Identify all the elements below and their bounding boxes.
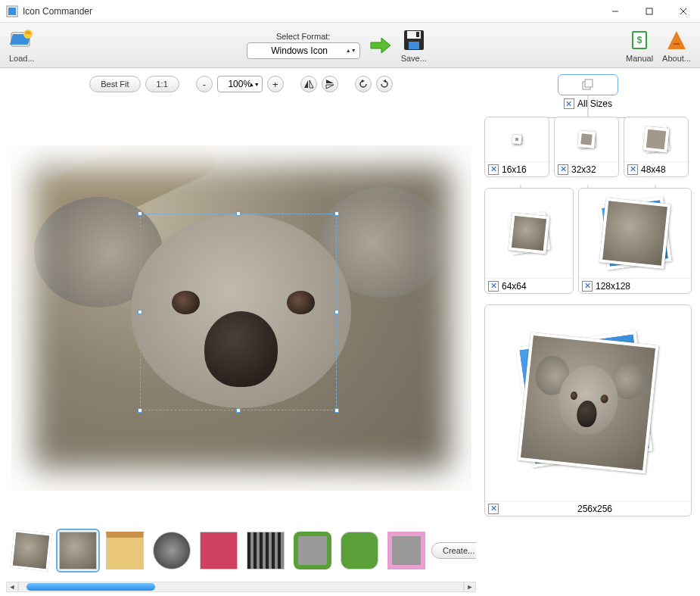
- zoom-out-button[interactable]: -: [196, 76, 213, 92]
- svg-rect-12: [409, 42, 419, 49]
- app-icon: [6, 5, 18, 17]
- size-label: 32x32: [571, 164, 596, 175]
- scroll-right-button[interactable]: ►: [464, 582, 476, 592]
- all-sizes-root[interactable]: [558, 74, 618, 95]
- svg-rect-18: [670, 45, 683, 49]
- style-thumb[interactable]: [56, 529, 100, 573]
- window-title: Icon Commander: [23, 6, 598, 17]
- svg-marker-23: [362, 80, 365, 83]
- style-thumb[interactable]: [197, 529, 241, 573]
- size-card-16[interactable]: ✕16x16: [484, 117, 549, 177]
- close-button[interactable]: [666, 0, 700, 23]
- style-thumb[interactable]: [9, 529, 53, 573]
- manual-label: Manual: [626, 54, 653, 63]
- format-value: Windows Icon: [263, 45, 343, 56]
- crop-handle[interactable]: [334, 408, 339, 413]
- one-to-one-button[interactable]: 1:1: [145, 76, 179, 92]
- svg-marker-20: [310, 80, 313, 88]
- flip-vertical-icon: [325, 79, 335, 89]
- load-icon: [10, 28, 34, 52]
- format-select[interactable]: Windows Icon ▲▼: [247, 42, 360, 59]
- save-label: Save...: [401, 54, 427, 63]
- checkbox-icon[interactable]: ✕: [582, 281, 593, 292]
- stack-icon: [581, 78, 595, 92]
- view-controls: Best Fit 1:1 - 100% ▲▼ +: [6, 73, 476, 95]
- rotate-cw-button[interactable]: [376, 76, 393, 92]
- arrow-right-icon: [368, 33, 392, 58]
- maximize-button[interactable]: [632, 0, 666, 23]
- flip-vertical-button[interactable]: [322, 76, 338, 92]
- size-label: 128x128: [596, 281, 630, 292]
- thumbstrip-scrollbar[interactable]: ◄ ►: [6, 581, 476, 593]
- scroll-track[interactable]: [18, 582, 464, 592]
- size-card-48[interactable]: ✕48x48: [624, 117, 689, 177]
- style-thumbstrip: Create...: [6, 520, 476, 581]
- crop-handle[interactable]: [138, 408, 142, 413]
- minimize-button[interactable]: [598, 0, 632, 23]
- load-label: Load...: [9, 54, 35, 63]
- rotate-ccw-icon: [358, 79, 369, 89]
- best-fit-button[interactable]: Best Fit: [89, 76, 140, 92]
- size-card-64[interactable]: ✕64x64: [484, 188, 574, 294]
- style-thumb[interactable]: [244, 529, 288, 573]
- size-label: 16x16: [502, 164, 527, 175]
- scroll-left-button[interactable]: ◄: [6, 582, 18, 592]
- crop-handle[interactable]: [334, 211, 339, 216]
- titlebar: Icon Commander: [0, 0, 700, 23]
- svg-rect-1: [8, 8, 16, 15]
- load-button[interactable]: Load...: [9, 28, 35, 63]
- size-tree: ✕ All Sizes ✕16x16 ✕32x32 ✕48x48: [482, 73, 694, 590]
- main-toolbar: Load... Select Format: Windows Icon ▲▼ S…: [0, 23, 700, 68]
- flip-horizontal-icon: [303, 79, 314, 89]
- svg-marker-22: [326, 85, 334, 89]
- crop-handle[interactable]: [236, 211, 241, 216]
- checkbox-icon[interactable]: ✕: [488, 164, 499, 175]
- create-button[interactable]: Create...: [431, 542, 476, 559]
- all-sizes-checkbox[interactable]: ✕ All Sizes: [564, 98, 612, 109]
- size-label: 48x48: [641, 164, 666, 175]
- save-icon: [402, 28, 426, 52]
- svg-marker-24: [383, 80, 386, 83]
- checkbox-icon[interactable]: ✕: [558, 164, 568, 175]
- rotate-cw-icon: [379, 79, 390, 89]
- about-icon: [664, 28, 689, 52]
- style-thumb[interactable]: [338, 529, 381, 573]
- style-thumb[interactable]: [150, 529, 194, 573]
- flip-horizontal-button[interactable]: [300, 76, 317, 92]
- select-arrows-icon: ▲▼: [346, 48, 356, 53]
- size-card-128[interactable]: ✕128x128: [578, 188, 692, 294]
- save-button[interactable]: Save...: [401, 28, 427, 63]
- rotate-ccw-button[interactable]: [355, 76, 372, 92]
- style-thumb[interactable]: [103, 529, 147, 573]
- zoom-value: 100%: [228, 79, 251, 89]
- crop-handle[interactable]: [236, 408, 241, 413]
- style-thumb[interactable]: [291, 529, 334, 573]
- style-thumb[interactable]: [384, 529, 428, 573]
- svg-text:$: $: [637, 35, 642, 45]
- size-card-32[interactable]: ✕32x32: [554, 117, 619, 177]
- size-label: 256x256: [577, 504, 612, 514]
- manual-button[interactable]: $ Manual: [626, 28, 653, 63]
- size-card-256[interactable]: ✕256x256: [484, 304, 692, 516]
- scroll-thumb[interactable]: [26, 583, 155, 591]
- checkbox-icon[interactable]: ✕: [627, 164, 638, 175]
- about-button[interactable]: About...: [662, 28, 691, 63]
- format-block: Select Format: Windows Icon ▲▼: [247, 32, 360, 59]
- checkbox-icon[interactable]: ✕: [488, 504, 499, 514]
- stepper-arrows-icon: ▲▼: [249, 82, 260, 87]
- size-label: 64x64: [502, 281, 527, 292]
- about-label: About...: [662, 54, 691, 63]
- svg-rect-26: [585, 80, 593, 87]
- canvas-area[interactable]: [6, 100, 476, 520]
- crop-selection[interactable]: [140, 214, 337, 410]
- svg-marker-21: [326, 80, 334, 83]
- crop-handle[interactable]: [138, 211, 142, 216]
- crop-handle[interactable]: [138, 310, 142, 314]
- zoom-in-button[interactable]: +: [267, 76, 284, 92]
- checkbox-icon[interactable]: ✕: [488, 281, 499, 292]
- zoom-field[interactable]: 100% ▲▼: [217, 76, 263, 92]
- svg-rect-13: [416, 32, 419, 37]
- svg-marker-19: [304, 80, 308, 88]
- format-title: Select Format:: [276, 32, 331, 41]
- crop-handle[interactable]: [334, 310, 339, 314]
